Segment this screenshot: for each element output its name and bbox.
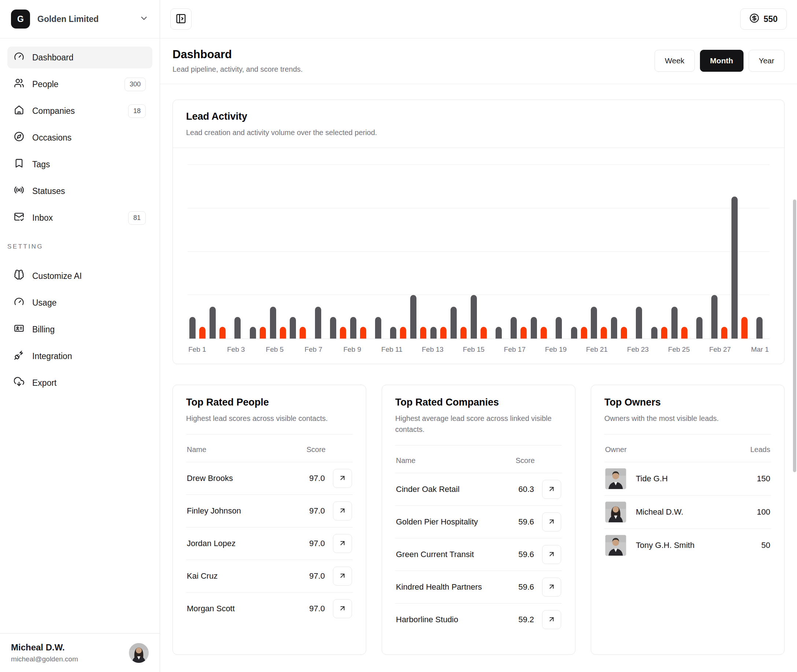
row-name: Jordan Lopez xyxy=(187,538,297,549)
page-title: Dashboard xyxy=(173,48,303,61)
person-row: Drew Brooks97.0 xyxy=(186,462,353,494)
sidebar-item-people[interactable]: People300 xyxy=(7,73,152,95)
sidebar-item-integration[interactable]: Integration xyxy=(7,345,152,367)
page-header: Dashboard Lead pipeline, activity, and s… xyxy=(160,38,797,84)
row-name: Harborline Studio xyxy=(396,614,506,626)
person-row: Finley Johnson97.0 xyxy=(186,494,353,527)
row-name: Finley Johnson xyxy=(187,505,297,517)
bar-leads xyxy=(556,317,562,339)
arrow-up-right-icon xyxy=(548,518,556,527)
bar-activity xyxy=(220,327,226,339)
sidebar-toggle-button[interactable] xyxy=(170,8,192,30)
bar-leads xyxy=(410,295,417,339)
open-record-button[interactable] xyxy=(333,534,352,553)
open-record-button[interactable] xyxy=(542,480,561,499)
sidebar-item-tags[interactable]: Tags xyxy=(7,154,152,175)
open-record-button[interactable] xyxy=(333,501,352,520)
open-record-button[interactable] xyxy=(333,566,352,586)
radio-icon xyxy=(14,185,24,197)
sidebar-item-label: Statuses xyxy=(32,186,146,196)
bar-activity xyxy=(661,327,667,339)
row-name: Kai Cruz xyxy=(187,570,297,582)
sidebar-nav: DashboardPeople300Companies18OccasionsTa… xyxy=(0,38,160,234)
mail-check-icon xyxy=(14,211,24,224)
chart-day-feb-15 xyxy=(468,148,489,339)
bar-leads xyxy=(531,317,537,339)
bar-activity xyxy=(360,327,366,339)
sidebar-item-export[interactable]: Export xyxy=(7,372,152,394)
person-row: Jordan Lopez97.0 xyxy=(186,527,353,560)
row-score: 59.6 xyxy=(518,582,534,592)
bar-leads xyxy=(290,317,296,339)
tab-week[interactable]: Week xyxy=(654,50,694,72)
bar-leads xyxy=(234,317,241,339)
sidebar: G Golden Limited DashboardPeople300Compa… xyxy=(0,0,160,672)
compass-icon xyxy=(14,131,24,144)
chart-day-feb-3 xyxy=(228,148,248,339)
credits-button[interactable]: 550 xyxy=(740,8,787,30)
bar-leads xyxy=(756,317,763,339)
range-tabs: WeekMonthYear xyxy=(654,50,784,72)
bar-activity xyxy=(741,317,747,339)
arrow-up-right-icon xyxy=(548,550,556,559)
bar-leads xyxy=(250,327,256,339)
sidebar-item-inbox[interactable]: Inbox81 xyxy=(7,207,152,229)
owner-name: Micheal D.W. xyxy=(636,507,683,517)
sidebar-item-customize-ai[interactable]: Customize AI xyxy=(7,265,152,287)
current-user-name: Micheal D.W. xyxy=(11,642,129,653)
arrow-up-right-icon xyxy=(338,604,346,613)
dollar-circle-icon xyxy=(749,13,759,25)
chart-day-feb-5 xyxy=(268,148,288,339)
sidebar-item-usage[interactable]: Usage xyxy=(7,292,152,314)
workspace-switcher[interactable]: G Golden Limited xyxy=(0,0,160,38)
row-score: 97.0 xyxy=(309,539,325,548)
bar-activity xyxy=(601,327,607,339)
bar-activity xyxy=(440,327,446,339)
open-record-button[interactable] xyxy=(333,469,352,488)
bar-leads xyxy=(471,295,477,339)
bar-activity xyxy=(681,327,688,339)
bar-leads xyxy=(375,317,381,339)
scrollbar-thumb[interactable] xyxy=(793,200,796,472)
sidebar-item-companies[interactable]: Companies18 xyxy=(7,100,152,122)
chart-day-feb-14 xyxy=(448,148,468,339)
bar-leads xyxy=(210,307,216,339)
users-icon xyxy=(14,78,24,90)
x-tick-label: Feb 21 xyxy=(586,346,608,354)
open-record-button[interactable] xyxy=(542,545,561,564)
company-row: Kindred Health Partners59.6 xyxy=(395,571,562,603)
sidebar-item-label: Billing xyxy=(32,325,146,334)
bar-leads xyxy=(651,327,657,339)
bar-activity xyxy=(340,327,346,339)
sidebar-item-statuses[interactable]: Statuses xyxy=(7,180,152,202)
sidebar-item-occasions[interactable]: Occasions xyxy=(7,126,152,149)
tab-year[interactable]: Year xyxy=(749,50,784,72)
company-row: Cinder Oak Retail60.3 xyxy=(395,473,562,506)
open-record-button[interactable] xyxy=(333,599,352,618)
tab-month[interactable]: Month xyxy=(700,50,744,72)
column-header-score: Score xyxy=(306,445,326,454)
row-name: Kindred Health Partners xyxy=(396,581,506,593)
open-record-button[interactable] xyxy=(542,578,561,597)
sidebar-item-dashboard[interactable]: Dashboard xyxy=(7,46,152,69)
chart-day-feb-9 xyxy=(348,148,368,339)
chart-day-feb-6 xyxy=(288,148,308,339)
x-tick-label: Feb 23 xyxy=(627,346,649,354)
owner-leads: 100 xyxy=(757,507,770,517)
gauge-icon xyxy=(14,296,24,309)
sidebar-item-label: Integration xyxy=(32,351,146,361)
sidebar-item-billing[interactable]: Billing xyxy=(7,318,152,341)
bookmark-icon xyxy=(14,158,24,171)
bar-leads xyxy=(671,307,678,339)
row-score: 97.0 xyxy=(309,474,325,483)
arrow-up-right-icon xyxy=(548,615,556,624)
x-tick-label: Feb 19 xyxy=(545,346,567,354)
chart-day-feb-13 xyxy=(428,148,449,339)
lead-activity-chart xyxy=(188,148,770,339)
current-user-row[interactable]: Micheal D.W. micheal@golden.com xyxy=(0,633,160,672)
credits-value: 550 xyxy=(764,14,778,24)
open-record-button[interactable] xyxy=(542,610,561,629)
row-score: 59.2 xyxy=(518,615,534,624)
arrow-up-right-icon xyxy=(338,507,346,516)
open-record-button[interactable] xyxy=(542,512,561,531)
